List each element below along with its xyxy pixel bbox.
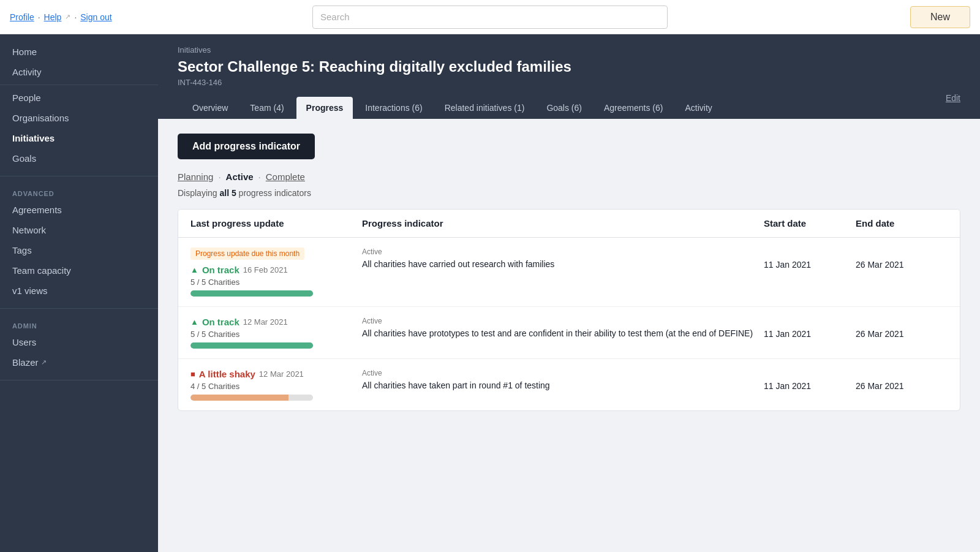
indicator-cell-2: Active All charities have prototypes to …	[362, 317, 764, 340]
col-header-end: End date	[856, 218, 948, 229]
indicator-text-1: All charities have carried out research …	[362, 259, 764, 271]
sidebar-item-tags[interactable]: Tags	[0, 240, 158, 260]
profile-link[interactable]: Profile	[10, 12, 34, 22]
sidebar-item-blazer[interactable]: Blazer ↗	[0, 352, 158, 372]
square-icon-3: ■	[190, 369, 195, 379]
sidebar-advanced-label: ADVANCED	[0, 184, 158, 200]
status-date-3: 12 Mar 2021	[259, 369, 304, 379]
status-date-2: 12 Mar 2021	[243, 317, 288, 327]
table-row: ■ A little shaky 12 Mar 2021 4 / 5 Chari…	[178, 359, 960, 410]
col-header-last-update: Last progress update	[190, 218, 362, 229]
status-label-1: On track	[202, 265, 239, 275]
search-input[interactable]	[312, 6, 668, 29]
tab-interactions[interactable]: Interactions (6)	[355, 97, 432, 119]
tab-goals[interactable]: Goals (6)	[537, 97, 592, 119]
sidebar-item-users[interactable]: Users	[0, 332, 158, 352]
signout-link[interactable]: Sign out	[80, 12, 111, 22]
page-title: Sector Challenge 5: Reaching digitally e…	[178, 58, 960, 75]
indicator-text-2: All charities have prototypes to test an…	[362, 328, 764, 340]
start-date-1: 11 Jan 2021	[764, 248, 856, 270]
charities-count-1: 5 / 5 Charities	[190, 278, 362, 287]
progress-content: Add progress indicator Planning · Active…	[158, 119, 980, 426]
sidebar-item-agreements[interactable]: Agreements	[0, 200, 158, 220]
indicator-status-3: Active	[362, 369, 764, 377]
tab-agreements[interactable]: Agreements (6)	[594, 97, 673, 119]
end-date-2: 26 Mar 2021	[856, 317, 948, 339]
sidebar-main-section: Home Activity People Organisations Initi…	[0, 34, 158, 176]
end-date-3: 26 Mar 2021	[856, 369, 948, 391]
status-row-2: ▲ On track 12 Mar 2021	[190, 317, 362, 327]
progress-bar-1	[190, 290, 313, 297]
sidebar-item-organisations[interactable]: Organisations	[0, 108, 158, 128]
topbar-left: Profile · Help ↗ · Sign out	[10, 12, 169, 22]
page-header: Initiatives Sector Challenge 5: Reaching…	[158, 34, 980, 119]
external-link-icon: ↗	[41, 358, 47, 366]
sidebar: Home Activity People Organisations Initi…	[0, 34, 158, 552]
topbar: Profile · Help ↗ · Sign out New	[0, 0, 980, 34]
sidebar-admin-section: ADMIN Users Blazer ↗	[0, 309, 158, 380]
progress-fill-1	[190, 290, 313, 297]
sidebar-item-goals[interactable]: Goals	[0, 148, 158, 168]
display-text: Displaying all 5 progress indicators	[178, 188, 960, 198]
tab-activity[interactable]: Activity	[675, 97, 722, 119]
col-header-start: Start date	[764, 218, 856, 229]
progress-fill-3	[190, 395, 288, 401]
status-date-1: 16 Feb 2021	[243, 265, 288, 274]
sidebar-item-initiatives[interactable]: Initiatives	[0, 128, 158, 148]
triangle-icon-2: ▲	[190, 317, 198, 327]
col-header-indicator: Progress indicator	[362, 218, 764, 229]
page-subtitle: INT-443-146	[178, 78, 960, 87]
progress-bar-2	[190, 342, 313, 349]
main-content: Initiatives Sector Challenge 5: Reaching…	[158, 34, 980, 552]
tab-related[interactable]: Related initiatives (1)	[435, 97, 535, 119]
tabs-bar: Overview Team (4) Progress Interactions …	[178, 97, 960, 119]
topbar-center	[169, 6, 811, 29]
indicator-cell-3: Active All charities have taken part in …	[362, 369, 764, 392]
filter-complete[interactable]: Complete	[266, 172, 305, 182]
sidebar-item-people[interactable]: People	[0, 88, 158, 108]
new-button[interactable]: New	[910, 6, 970, 28]
sidebar-item-activity[interactable]: Activity	[0, 62, 158, 82]
sidebar-admin-label: ADMIN	[0, 316, 158, 332]
charities-count-2: 5 / 5 Charities	[190, 330, 362, 339]
status-row-3: ■ A little shaky 12 Mar 2021	[190, 369, 362, 379]
filter-planning[interactable]: Planning	[178, 172, 213, 182]
indicator-text-3: All charities have taken part in round #…	[362, 380, 764, 392]
progress-bar-3	[190, 395, 313, 401]
status-row-1: ▲ On track 16 Feb 2021	[190, 265, 362, 275]
triangle-icon-1: ▲	[190, 265, 198, 274]
table-row: ▲ On track 12 Mar 2021 5 / 5 Charities A…	[178, 307, 960, 359]
progress-cell-1: Progress update due this month ▲ On trac…	[190, 248, 362, 297]
progress-cell-2: ▲ On track 12 Mar 2021 5 / 5 Charities	[190, 317, 362, 349]
sidebar-advanced-section: ADVANCED Agreements Network Tags Team ca…	[0, 176, 158, 309]
start-date-2: 11 Jan 2021	[764, 317, 856, 339]
status-label-2: On track	[202, 317, 239, 327]
table-row: Progress update due this month ▲ On trac…	[178, 238, 960, 307]
sidebar-item-v1-views[interactable]: v1 views	[0, 281, 158, 301]
table-header: Last progress update Progress indicator …	[178, 210, 960, 238]
progress-fill-2	[190, 342, 313, 349]
end-date-1: 26 Mar 2021	[856, 248, 948, 270]
topbar-ext-icon: ↗	[65, 13, 70, 21]
add-progress-button[interactable]: Add progress indicator	[178, 134, 315, 159]
status-label-3: A little shaky	[199, 369, 255, 379]
filter-active[interactable]: Active	[226, 172, 254, 182]
sidebar-item-team-capacity[interactable]: Team capacity	[0, 260, 158, 281]
due-badge-1: Progress update due this month	[190, 248, 304, 260]
edit-link[interactable]: Edit	[946, 93, 960, 103]
tab-progress[interactable]: Progress	[296, 97, 353, 119]
tab-overview[interactable]: Overview	[183, 97, 238, 119]
progress-cell-3: ■ A little shaky 12 Mar 2021 4 / 5 Chari…	[190, 369, 362, 401]
topbar-dot2: ·	[74, 12, 77, 22]
start-date-3: 11 Jan 2021	[764, 369, 856, 391]
indicator-cell-1: Active All charities have carried out re…	[362, 248, 764, 271]
tab-team[interactable]: Team (4)	[240, 97, 293, 119]
layout: Home Activity People Organisations Initi…	[0, 34, 980, 552]
breadcrumb: Initiatives	[178, 45, 960, 55]
sidebar-item-home[interactable]: Home	[0, 42, 158, 62]
help-link[interactable]: Help	[44, 12, 62, 22]
topbar-right: New	[811, 6, 970, 28]
topbar-dot1: ·	[38, 12, 40, 22]
sidebar-item-network[interactable]: Network	[0, 220, 158, 240]
filter-bar: Planning · Active · Complete	[178, 172, 960, 182]
